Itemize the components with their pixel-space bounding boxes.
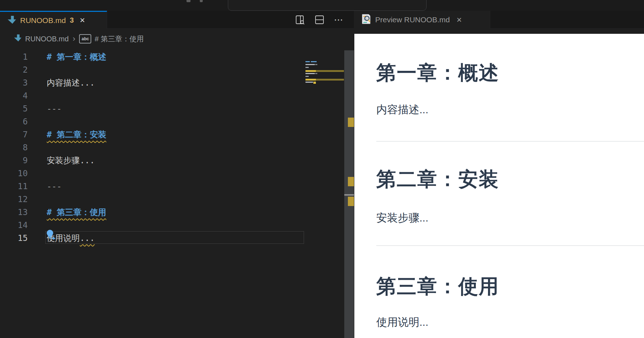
minimap-line <box>315 73 317 74</box>
preview-paragraph: 使用说明... <box>376 315 428 330</box>
breadcrumb-symbol[interactable]: # 第三章：使用 <box>95 34 144 44</box>
line-number: 9 <box>0 154 28 167</box>
minimap-line <box>305 67 309 68</box>
tab-label: RUNOOB.md <box>20 16 66 25</box>
minimap-line <box>311 61 317 62</box>
line-number: 10 <box>0 167 28 180</box>
ruler-warning-mark <box>348 177 354 186</box>
editor-line[interactable]: 1# 第一章：概述 <box>0 50 303 63</box>
tab-bar-left: RUNOOB.md 3 ✕ ⋯ <box>0 11 354 29</box>
line-number: 6 <box>0 115 28 128</box>
line-number: 1 <box>0 50 28 63</box>
line-content: # 第一章：概述 <box>47 50 106 63</box>
line-number: 13 <box>0 206 28 219</box>
minimap-line <box>305 64 315 65</box>
line-number: 4 <box>0 89 28 102</box>
minimap-line <box>316 79 344 81</box>
breadcrumb: RUNOOB.md › abc # 第三章：使用 <box>0 29 144 49</box>
editor-line[interactable]: 13# 第三章：使用 <box>0 206 303 219</box>
minimap-line <box>305 82 313 83</box>
preview-paragraph: 安装步骤... <box>376 211 428 225</box>
line-content: # 第三章：使用 <box>47 206 106 219</box>
split-editor-icon[interactable] <box>314 15 325 25</box>
minimap-line <box>305 76 309 77</box>
line-number: 2 <box>0 63 28 76</box>
minimap-line <box>313 82 316 84</box>
line-number: 11 <box>0 180 28 193</box>
minimap[interactable] <box>305 49 344 88</box>
markdown-preview-content[interactable]: 第一章：概述内容描述...第二章：安装安装步骤...第三章：使用使用说明... <box>354 34 644 338</box>
line-content: 安装步骤... <box>47 154 95 167</box>
abc-symbol-icon: abc <box>79 34 91 44</box>
breadcrumb-file[interactable]: RUNOOB.md <box>25 35 69 43</box>
editor-line[interactable]: 7# 第二章：安装 <box>0 128 303 141</box>
minimap-line <box>305 79 316 81</box>
breadcrumb-separator: › <box>73 34 75 44</box>
preview-heading: 第二章：安装 <box>376 166 499 193</box>
tab-preview-runoob-md[interactable]: Preview RUNOOB.md ✕ <box>354 11 490 29</box>
markdown-file-icon <box>7 15 17 26</box>
minimap-line <box>315 64 317 65</box>
editor-line[interactable]: 5--- <box>0 102 303 115</box>
preview-paragraph: 内容描述... <box>376 102 428 117</box>
command-center-box[interactable] <box>228 0 427 11</box>
titlebar-icon-fragment <box>200 0 203 2</box>
minimap-line <box>305 70 316 72</box>
editor-line[interactable]: 2 <box>0 63 303 76</box>
minimap-line <box>305 73 315 74</box>
preview-divider <box>376 245 644 246</box>
editor-line[interactable]: 12 <box>0 193 303 206</box>
line-number: 14 <box>0 219 28 232</box>
ruler-cursor-mark <box>344 194 354 196</box>
tab-runoob-md[interactable]: RUNOOB.md 3 ✕ <box>0 11 107 29</box>
preview-divider <box>376 141 644 142</box>
lightbulb-sparkle-icon[interactable] <box>46 229 56 241</box>
tab-warning-badge: 3 <box>70 16 74 24</box>
markdown-file-icon <box>14 34 22 44</box>
line-number: 3 <box>0 76 28 89</box>
tab-bar-preview: Preview RUNOOB.md ✕ <box>354 11 644 29</box>
preview-heading: 第一章：概述 <box>376 60 499 86</box>
ruler-warning-mark <box>348 197 354 206</box>
ruler-warning-mark <box>348 118 354 127</box>
editor-line[interactable]: 4 <box>0 89 303 102</box>
more-actions-icon[interactable]: ⋯ <box>334 15 344 25</box>
editor-line[interactable]: 3内容描述... <box>0 76 303 89</box>
titlebar-icon-fragment <box>187 0 190 2</box>
editor-line[interactable]: 8 <box>0 141 303 154</box>
line-content: # 第二章：安装 <box>47 128 106 141</box>
close-icon[interactable]: ✕ <box>456 16 462 24</box>
title-bar <box>0 0 644 11</box>
editor-line[interactable]: 9安装步骤... <box>0 154 303 167</box>
editor-actions: ⋯ <box>295 11 344 29</box>
editor-group-left: RUNOOB.md 3 ✕ ⋯ RUNOOB.md <box>0 11 354 338</box>
close-icon[interactable]: ✕ <box>79 16 85 24</box>
line-number: 5 <box>0 102 28 115</box>
tab-label: Preview RUNOOB.md <box>375 15 450 24</box>
line-content: --- <box>47 102 62 115</box>
preview-top-strip <box>354 29 644 34</box>
line-number: 12 <box>0 193 28 206</box>
editor-line[interactable]: 10 <box>0 167 303 180</box>
line-number: 8 <box>0 141 28 154</box>
line-number: 15 <box>0 232 28 245</box>
line-content: 内容描述... <box>47 76 95 89</box>
editor-group-preview: Preview RUNOOB.md ✕ 第一章：概述内容描述...第二章：安装安… <box>354 11 644 338</box>
markdown-preview-icon <box>362 14 371 26</box>
line-content: --- <box>47 180 62 193</box>
line-number: 7 <box>0 128 28 141</box>
vertical-scrollbar[interactable] <box>344 50 354 338</box>
preview-heading: 第三章：使用 <box>376 273 499 300</box>
preview-side-icon[interactable] <box>295 15 305 25</box>
minimap-line <box>316 70 344 72</box>
editor-line[interactable]: 11--- <box>0 180 303 193</box>
minimap-line <box>305 61 310 62</box>
editor-line[interactable]: 6 <box>0 115 303 128</box>
